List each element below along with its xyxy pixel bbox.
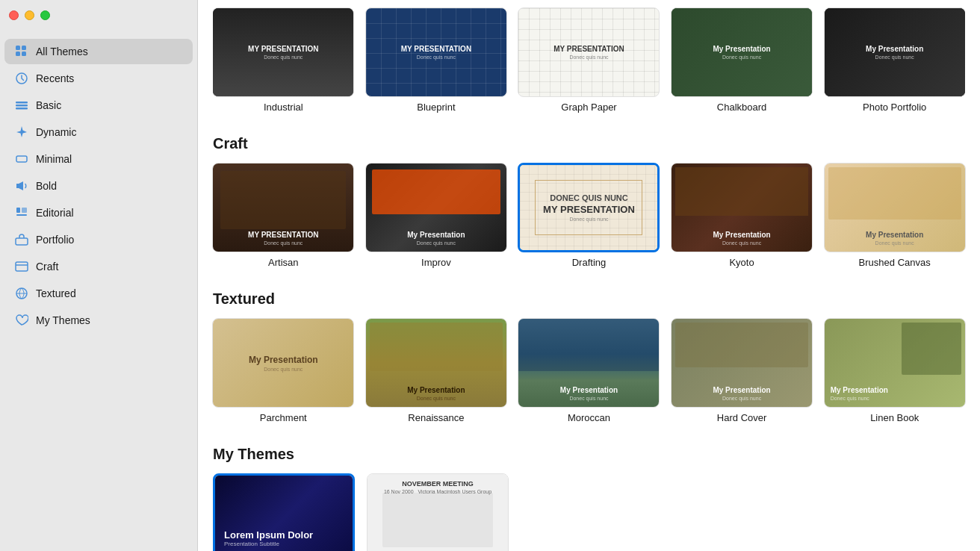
theme-industrial[interactable]: MY PRESENTATION Donec quis nunc Industri…	[213, 7, 354, 113]
section-textured: Textured My Presentation Donec quis nunc…	[213, 283, 965, 423]
theme-thumb-brushedcanvas: My Presentation Donec quis nunc	[824, 163, 966, 252]
theme-name-drafting: Drafting	[572, 257, 607, 268]
theme-name-kyoto: Kyoto	[729, 257, 754, 268]
theme-thumb-chalkboard: My Presentation Donec quis nunc	[671, 7, 813, 97]
theme-name-linenbook: Linen Book	[870, 412, 919, 423]
svg-rect-0	[16, 46, 20, 50]
sidebar-label-minimal: Minimal	[36, 153, 72, 165]
theme-linenbook[interactable]: My Presentation Donec quis nunc Linen Bo…	[824, 318, 965, 423]
textured-icon	[15, 287, 28, 300]
section-title-my-themes: My Themes	[213, 438, 965, 463]
theme-thumb-snowing: NOVEMBER MEETING 16 Nov 2000 Victoria Ma…	[367, 473, 509, 551]
sidebar-item-textured[interactable]: Textured	[4, 281, 193, 306]
sidebar-label-bold: Bold	[36, 180, 57, 192]
theme-parchment[interactable]: My Presentation Donec quis nunc Parchmen…	[213, 318, 354, 423]
sidebar-item-dynamic[interactable]: Dynamic	[4, 119, 193, 145]
theme-improv[interactable]: My Presentation Donec quis nunc Improv	[366, 163, 507, 268]
sidebar-label-dynamic: Dynamic	[36, 126, 76, 138]
theme-thumb-novicesig: Lorem Ipsum Dolor Presentation Subtitle	[213, 473, 355, 551]
section-my-themes: My Themes Lorem Ipsum Dolor Presentation…	[213, 438, 965, 551]
theme-thumb-industrial: MY PRESENTATION Donec quis nunc	[213, 7, 354, 97]
sidebar-item-editorial[interactable]: Editorial	[4, 200, 193, 225]
close-button[interactable]	[9, 10, 19, 20]
sparkle-icon	[15, 125, 28, 139]
svg-rect-3	[22, 52, 26, 56]
sidebar-label-portfolio: Portfolio	[36, 234, 74, 246]
sidebar-item-craft[interactable]: Craft	[4, 254, 193, 279]
svg-rect-6	[16, 105, 28, 107]
theme-thumb-drafting: DONEC QUIS NUNC MY PRESENTATION Donec qu…	[518, 163, 660, 252]
svg-rect-10	[16, 214, 27, 216]
theme-graphpaper[interactable]: MY PRESENTATION Donec quis nunc Graph Pa…	[518, 7, 660, 113]
section-craft: Craft MY PRESENTATION Donec quis nunc Ar…	[213, 128, 965, 268]
theme-name-improv: Improv	[421, 257, 451, 268]
sidebar-label-all-themes: All Themes	[36, 46, 88, 57]
theme-snowing[interactable]: NOVEMBER MEETING 16 Nov 2000 Victoria Ma…	[367, 473, 509, 551]
theme-thumb-moroccan: My Presentation Donec quis nunc	[518, 318, 660, 408]
craft-icon	[15, 260, 28, 273]
sidebar-item-all-themes[interactable]: All Themes	[4, 39, 193, 64]
theme-novicesig[interactable]: Lorem Ipsum Dolor Presentation Subtitle …	[213, 473, 355, 551]
theme-kyoto[interactable]: My Presentation Donec quis nunc Kyoto	[672, 163, 813, 268]
megaphone-icon	[15, 179, 28, 193]
theme-thumb-photoportfolio: My Presentation Donec quis nunc	[824, 7, 965, 97]
textured-theme-grid: My Presentation Donec quis nunc Parchmen…	[213, 318, 965, 423]
sidebar-item-bold[interactable]: Bold	[4, 173, 193, 199]
theme-name-moroccan: Moroccan	[568, 412, 610, 423]
theme-thumb-graphpaper: MY PRESENTATION Donec quis nunc	[518, 7, 660, 97]
theme-photoportfolio[interactable]: My Presentation Donec quis nunc Photo Po…	[824, 7, 965, 113]
theme-renaissance[interactable]: My Presentation Donec quis nunc Renaissa…	[366, 318, 507, 423]
heart-icon	[15, 314, 28, 327]
sidebar-item-minimal[interactable]: Minimal	[4, 146, 193, 172]
theme-blueprint[interactable]: MY PRESENTATION Donec quis nunc Blueprin…	[366, 7, 507, 113]
sidebar-label-craft: Craft	[36, 261, 58, 273]
theme-name-renaissance: Renaissance	[408, 412, 464, 423]
svg-rect-2	[16, 52, 20, 56]
sidebar-item-my-themes[interactable]: My Themes	[4, 308, 193, 333]
section-title-craft: Craft	[213, 128, 965, 152]
theme-thumb-kyoto: My Presentation Donec quis nunc	[671, 163, 813, 252]
theme-artisan[interactable]: MY PRESENTATION Donec quis nunc Artisan	[213, 163, 354, 268]
theme-drafting[interactable]: DONEC QUIS NUNC MY PRESENTATION Donec qu…	[518, 163, 660, 268]
theme-thumb-linenbook: My Presentation Donec quis nunc	[824, 318, 966, 408]
theme-name-parchment: Parchment	[260, 412, 307, 423]
theme-thumb-hardcover: My Presentation Donec quis nunc	[671, 318, 813, 408]
svg-rect-9	[16, 208, 20, 213]
theme-name-brushedcanvas: Brushed Canvas	[859, 257, 931, 268]
theme-thumb-renaissance: My Presentation Donec quis nunc	[365, 318, 507, 408]
grid-icon	[15, 45, 28, 58]
theme-thumb-blueprint: MY PRESENTATION Donec quis nunc	[365, 7, 507, 97]
sidebar-label-recents: Recents	[36, 72, 74, 84]
theme-name-photoportfolio: Photo Portfolio	[863, 102, 926, 113]
theme-moroccan[interactable]: My Presentation Donec quis nunc Moroccan	[518, 318, 660, 423]
svg-rect-12	[16, 238, 28, 245]
theme-name-blueprint: Blueprint	[417, 102, 455, 113]
theme-name-graphpaper: Graph Paper	[561, 102, 616, 113]
svg-rect-13	[16, 262, 28, 271]
sidebar-item-basic[interactable]: Basic	[4, 93, 193, 118]
sidebar-label-editorial: Editorial	[36, 207, 74, 219]
list-icon	[15, 99, 28, 112]
svg-rect-7	[16, 108, 28, 110]
sidebar-label-my-themes: My Themes	[36, 314, 90, 326]
top-row-themes: MY PRESENTATION Donec quis nunc Industri…	[213, 7, 965, 113]
theme-chalkboard[interactable]: My Presentation Donec quis nunc Chalkboa…	[672, 7, 813, 113]
maximize-button[interactable]	[40, 10, 50, 20]
title-bar	[0, 0, 198, 30]
sidebar-item-portfolio[interactable]: Portfolio	[4, 227, 193, 252]
svg-rect-1	[22, 46, 26, 50]
briefcase-icon	[15, 233, 28, 246]
minimize-button[interactable]	[25, 10, 34, 20]
sidebar: All Themes Recents Basic Dynamic	[0, 0, 198, 551]
theme-brushedcanvas[interactable]: My Presentation Donec quis nunc Brushed …	[824, 163, 965, 268]
sidebar-label-textured: Textured	[36, 287, 76, 299]
sidebar-item-recents[interactable]: Recents	[4, 66, 193, 91]
theme-name-artisan: Artisan	[268, 257, 298, 268]
sidebar-label-basic: Basic	[36, 99, 61, 111]
main-content: MY PRESENTATION Donec quis nunc Industri…	[198, 0, 980, 551]
svg-rect-8	[16, 156, 27, 162]
theme-name-industrial: Industrial	[264, 102, 303, 113]
theme-hardcover[interactable]: My Presentation Donec quis nunc Hard Cov…	[672, 318, 813, 423]
theme-name-chalkboard: Chalkboard	[717, 102, 767, 113]
theme-name-hardcover: Hard Cover	[717, 412, 766, 423]
